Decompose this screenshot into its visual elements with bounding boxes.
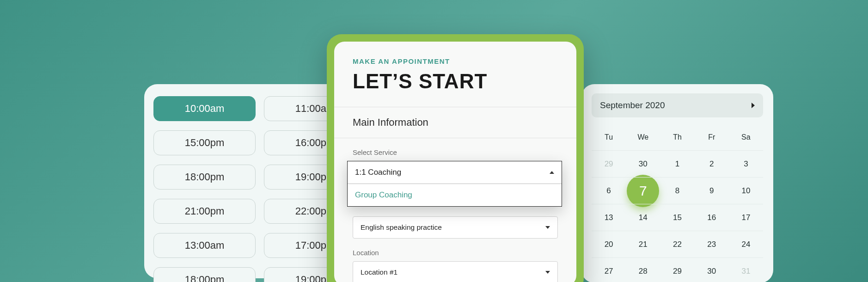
practice-select[interactable]: English speaking practice [353, 216, 558, 239]
chevron-down-icon [545, 226, 550, 229]
calendar-day-number: 30 [639, 159, 648, 169]
calendar-day[interactable]: 29 [592, 151, 626, 177]
calendar-day-number: 15 [673, 213, 682, 222]
calendar-day-number: 14 [639, 213, 648, 222]
service-option-group-coaching[interactable]: Group Coaching [348, 184, 562, 206]
calendar-day[interactable]: 23 [695, 231, 729, 257]
calendar-day[interactable]: 17 [729, 204, 763, 231]
calendar-day[interactable]: 3 [729, 151, 763, 177]
section-main-information: Main Information [334, 107, 576, 138]
calendar-day-number: 28 [639, 267, 648, 276]
calendar-month-label: September 2020 [600, 100, 665, 110]
time-slot-label: 21:00pm [185, 205, 225, 217]
calendar-day[interactable]: 15 [660, 204, 694, 231]
calendar-day-number: 1 [675, 159, 679, 169]
calendar-day-number: 2 [709, 159, 714, 169]
time-slot[interactable]: 15:00pm [153, 130, 256, 155]
form-title: LET’S START [353, 70, 558, 93]
calendar-day-number: 10 [741, 186, 750, 196]
time-slot-label: 18:00pm [185, 274, 225, 282]
calendar-day[interactable]: 1 [660, 151, 694, 177]
calendar-day[interactable]: 22 [660, 231, 694, 257]
calendar-day-number: 23 [707, 240, 716, 249]
chevron-down-icon [545, 271, 550, 274]
calendar-day[interactable]: 28 [626, 258, 660, 282]
form-eyebrow: MAKE AN APPOINTMENT [353, 57, 558, 65]
calendar-dow: We [637, 133, 648, 141]
calendar-day-number: 30 [707, 267, 716, 276]
calendar-day[interactable]: 14 [626, 204, 660, 231]
calendar-day-number: 29 [605, 159, 613, 169]
time-slot[interactable]: 18:00pm [153, 267, 256, 282]
location-field-label: Location [353, 249, 558, 257]
time-slot[interactable]: 13:00am [153, 233, 256, 258]
calendar-day[interactable]: 6 [592, 178, 626, 204]
time-slot-label: 10:00am [185, 103, 225, 115]
calendar-day-number: 21 [639, 240, 648, 249]
calendar-day[interactable]: 8 [660, 178, 694, 204]
service-field-label: Select Service [353, 148, 558, 156]
location-selected-label: Location #1 [361, 268, 397, 276]
calendar-day[interactable]: 20 [592, 231, 626, 257]
calendar-day[interactable]: 30 [695, 258, 729, 282]
calendar-day-number: 9 [709, 186, 714, 196]
time-slot[interactable]: 10:00am [153, 96, 256, 121]
calendar-day[interactable]: 31 [729, 258, 763, 282]
time-slot[interactable]: 21:00pm [153, 199, 256, 224]
calendar-day-number: 29 [673, 267, 682, 276]
calendar-day[interactable]: 27 [592, 258, 626, 282]
calendar-day[interactable]: 13 [592, 204, 626, 231]
chevron-up-icon [550, 171, 554, 174]
calendar-day-number: 13 [605, 213, 613, 222]
calendar-day[interactable]: 9 [695, 178, 729, 204]
calendar-day[interactable]: 16 [695, 204, 729, 231]
calendar-day[interactable]: 30 [626, 151, 660, 177]
calendar-day-number: 20 [605, 240, 613, 249]
calendar-day[interactable]: 29 [660, 258, 694, 282]
location-select[interactable]: Location #1 [353, 261, 558, 282]
time-slot[interactable]: 18:00pm [153, 165, 256, 190]
calendar-next-icon[interactable] [752, 103, 755, 108]
time-slot-label: 15:00pm [185, 137, 225, 149]
calendar-day-number: 22 [673, 240, 682, 249]
calendar-card: September 2020 TuWeThFrSa 29301236789101… [581, 84, 773, 282]
practice-selected-label: English speaking practice [361, 223, 442, 232]
calendar-day-number: 7 [639, 183, 647, 199]
calendar-day-number: 3 [744, 159, 748, 169]
calendar-dow: Th [673, 133, 682, 141]
calendar-dow: Sa [741, 133, 751, 141]
calendar-day[interactable]: 10 [729, 178, 763, 204]
service-selected-label: 1:1 Coaching [355, 168, 401, 177]
appointment-form-card: MAKE AN APPOINTMENT LET’S START Main Inf… [327, 34, 584, 282]
calendar-day[interactable]: 24 [729, 231, 763, 257]
calendar-day-number: 31 [741, 267, 750, 276]
calendar-day-number: 27 [605, 267, 613, 276]
calendar-day-number: 6 [606, 186, 611, 196]
calendar-day[interactable]: 21 [626, 231, 660, 257]
calendar-day[interactable]: 2 [695, 151, 729, 177]
calendar-dow: Fr [708, 133, 715, 141]
calendar-day-number: 24 [741, 240, 750, 249]
calendar-day[interactable]: 7 [626, 178, 660, 204]
time-slot-label: 18:00pm [185, 171, 225, 183]
service-select-open[interactable]: 1:1 Coaching Group Coaching [347, 161, 562, 207]
time-slot-label: 13:00am [185, 239, 225, 251]
calendar-day-number: 16 [707, 213, 716, 222]
service-select-selected[interactable]: 1:1 Coaching [348, 161, 562, 184]
calendar-dow: Tu [605, 133, 613, 141]
calendar-day-number: 17 [741, 213, 750, 222]
calendar-day-number: 8 [675, 186, 679, 196]
